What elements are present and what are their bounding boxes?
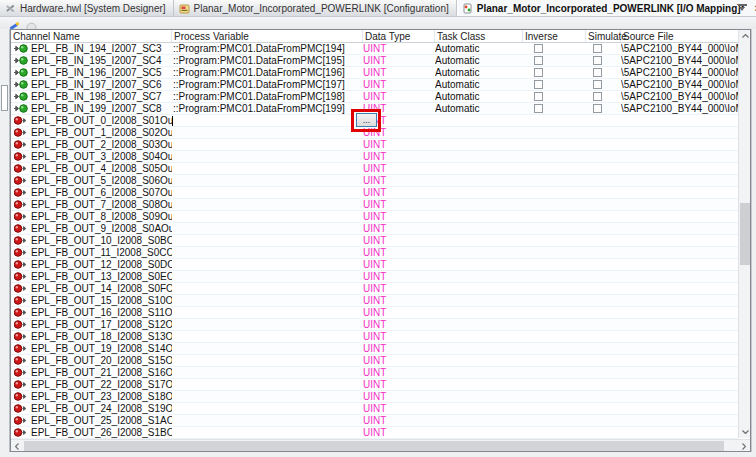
process-variable-cell[interactable]: [172, 403, 363, 414]
table-row[interactable]: EPL_FB_OUT_22_I2008_S17OutUINT: [11, 379, 738, 391]
simulate-checkbox[interactable]: [593, 68, 602, 77]
process-variable-cell[interactable]: [172, 187, 363, 198]
task-class-cell[interactable]: Automatic: [435, 67, 523, 78]
channel-name-cell[interactable]: EPL_FB_OUT_4_I2008_S05Out: [11, 163, 172, 174]
scroll-down-icon[interactable]: [739, 426, 751, 438]
inverse-checkbox[interactable]: [534, 80, 543, 89]
column-header-inverse[interactable]: Inverse: [523, 30, 586, 42]
process-variable-cell[interactable]: [172, 415, 363, 426]
process-variable-cell[interactable]: [172, 115, 363, 126]
process-variable-cell[interactable]: [172, 295, 363, 306]
channel-name-cell[interactable]: EPL_FB_IN_198_I2007_SC7: [11, 91, 172, 102]
table-row[interactable]: EPL_FB_OUT_20_I2008_S15OutUINT: [11, 355, 738, 367]
table-row[interactable]: EPL_FB_OUT_2_I2008_S03OutUINT: [11, 139, 738, 151]
process-variable-cell[interactable]: [172, 211, 363, 222]
task-class-cell[interactable]: [435, 187, 523, 198]
table-row[interactable]: EPL_FB_OUT_11_I2008_S0COutUINT: [11, 247, 738, 259]
channel-name-cell[interactable]: EPL_FB_OUT_9_I2008_S0AOut: [11, 223, 172, 234]
data-type-cell[interactable]: UINT: [363, 211, 435, 222]
table-row[interactable]: EPL_FB_OUT_9_I2008_S0AOutUINT: [11, 223, 738, 235]
task-class-cell[interactable]: [435, 391, 523, 402]
task-class-cell[interactable]: [435, 115, 523, 126]
simulate-checkbox[interactable]: [593, 80, 602, 89]
data-type-cell[interactable]: UINT: [363, 91, 435, 102]
column-header-channel-name[interactable]: Channel Name: [11, 30, 172, 42]
task-class-cell[interactable]: [435, 331, 523, 342]
vertical-scrollbar[interactable]: [738, 30, 750, 438]
channel-name-cell[interactable]: EPL_FB_OUT_15_I2008_S10Out: [11, 295, 172, 306]
simulate-checkbox[interactable]: [593, 44, 602, 53]
column-header-simulate[interactable]: Simulate: [586, 30, 621, 42]
channel-name-cell[interactable]: EPL_FB_IN_196_I2007_SC5: [11, 67, 172, 78]
table-row[interactable]: EPL_FB_OUT_6_I2008_S07OutUINT: [11, 187, 738, 199]
channel-name-cell[interactable]: EPL_FB_IN_194_I2007_SC3: [11, 43, 172, 54]
table-row[interactable]: EPL_FB_OUT_25_I2008_S1AOutUINT: [11, 415, 738, 427]
scroll-right-icon[interactable]: [738, 440, 750, 452]
table-row[interactable]: EPL_FB_OUT_15_I2008_S10OutUINT: [11, 295, 738, 307]
simulate-checkbox[interactable]: [593, 104, 602, 113]
task-class-cell[interactable]: Automatic: [435, 79, 523, 90]
table-row[interactable]: EPL_FB_OUT_4_I2008_S05OutUINT: [11, 163, 738, 175]
data-type-cell[interactable]: UINT: [363, 187, 435, 198]
simulate-checkbox[interactable]: [593, 56, 602, 65]
inverse-checkbox[interactable]: [534, 56, 543, 65]
data-type-cell[interactable]: UINT: [363, 319, 435, 330]
task-class-cell[interactable]: [435, 163, 523, 174]
table-row[interactable]: EPL_FB_IN_195_I2007_SC4::Program:PMC01.D…: [11, 55, 738, 67]
process-variable-cell[interactable]: [172, 175, 363, 186]
table-row[interactable]: EPL_FB_OUT_5_I2008_S06OutUINT: [11, 175, 738, 187]
task-class-cell[interactable]: [435, 427, 523, 438]
process-variable-cell[interactable]: [172, 199, 363, 210]
process-variable-cell[interactable]: ::Program:PMC01.DataFromPMC[194]: [172, 43, 363, 54]
data-type-cell[interactable]: UINT: [363, 247, 435, 258]
data-type-cell[interactable]: UINT: [363, 283, 435, 294]
channel-name-cell[interactable]: EPL_FB_OUT_8_I2008_S09Out: [11, 211, 172, 222]
process-variable-cell[interactable]: [172, 235, 363, 246]
channel-name-cell[interactable]: EPL_FB_OUT_22_I2008_S17Out: [11, 379, 172, 390]
horizontal-scrollbar[interactable]: [11, 439, 750, 451]
table-row[interactable]: EPL_FB_OUT_21_I2008_S16OutUINT: [11, 367, 738, 379]
process-variable-cell[interactable]: ::Program:PMC01.DataFromPMC[196]: [172, 67, 363, 78]
process-variable-cell[interactable]: [172, 331, 363, 342]
data-type-cell[interactable]: UINT: [363, 259, 435, 270]
inverse-checkbox[interactable]: [534, 92, 543, 101]
process-variable-cell[interactable]: [172, 307, 363, 318]
channel-name-cell[interactable]: EPL_FB_OUT_2_I2008_S03Out: [11, 139, 172, 150]
task-class-cell[interactable]: Automatic: [435, 103, 523, 114]
tab-io-mapping[interactable]: Planar_Motor_Incorporated_POWERLINK [I/O…: [457, 0, 756, 16]
data-type-cell[interactable]: UINT: [363, 43, 435, 54]
process-variable-cell[interactable]: [172, 427, 363, 438]
table-row[interactable]: EPL_FB_OUT_3_I2008_S04OutUINT: [11, 151, 738, 163]
process-variable-cell[interactable]: [172, 163, 363, 174]
task-class-cell[interactable]: [435, 403, 523, 414]
table-row[interactable]: EPL_FB_OUT_17_I2008_S12OutUINT: [11, 319, 738, 331]
table-row[interactable]: EPL_FB_IN_198_I2007_SC7::Program:PMC01.D…: [11, 91, 738, 103]
channel-name-cell[interactable]: EPL_FB_OUT_14_I2008_S0FOut: [11, 283, 172, 294]
channel-name-cell[interactable]: EPL_FB_OUT_24_I2008_S19Out: [11, 403, 172, 414]
data-type-cell[interactable]: UINT: [363, 223, 435, 234]
channel-name-cell[interactable]: EPL_FB_OUT_7_I2008_S08Out: [11, 199, 172, 210]
data-type-cell[interactable]: UINT: [363, 67, 435, 78]
process-variable-cell[interactable]: [172, 343, 363, 354]
table-row[interactable]: EPL_FB_OUT_12_I2008_S0DOutUINT: [11, 259, 738, 271]
task-class-cell[interactable]: [435, 247, 523, 258]
left-splitter[interactable]: [0, 29, 10, 452]
task-class-cell[interactable]: [435, 223, 523, 234]
channel-name-cell[interactable]: EPL_FB_OUT_17_I2008_S12Out: [11, 319, 172, 330]
dock-pin-icon[interactable]: [738, 4, 747, 12]
channel-name-cell[interactable]: EPL_FB_OUT_3_I2008_S04Out: [11, 151, 172, 162]
table-row[interactable]: EPL_FB_IN_194_I2007_SC3::Program:PMC01.D…: [11, 43, 738, 55]
data-type-cell[interactable]: UINT: [363, 235, 435, 246]
data-type-cell[interactable]: UINT: [363, 271, 435, 282]
process-variable-cell[interactable]: [172, 139, 363, 150]
process-variable-cell[interactable]: [172, 283, 363, 294]
table-row[interactable]: EPL_FB_OUT_24_I2008_S19OutUINT: [11, 403, 738, 415]
table-row[interactable]: EPL_FB_OUT_26_I2008_S1BOutUINT: [11, 427, 738, 439]
channel-name-cell[interactable]: EPL_FB_OUT_16_I2008_S11Out: [11, 307, 172, 318]
tab-configuration[interactable]: Planar_Motor_Incorporated_POWERLINK [Con…: [174, 0, 457, 16]
table-row[interactable]: EPL_FB_OUT_10_I2008_S0BOutUINT: [11, 235, 738, 247]
task-class-cell[interactable]: [435, 295, 523, 306]
data-type-cell[interactable]: UINT: [363, 367, 435, 378]
data-type-cell[interactable]: UINT: [363, 427, 435, 438]
task-class-cell[interactable]: [435, 379, 523, 390]
